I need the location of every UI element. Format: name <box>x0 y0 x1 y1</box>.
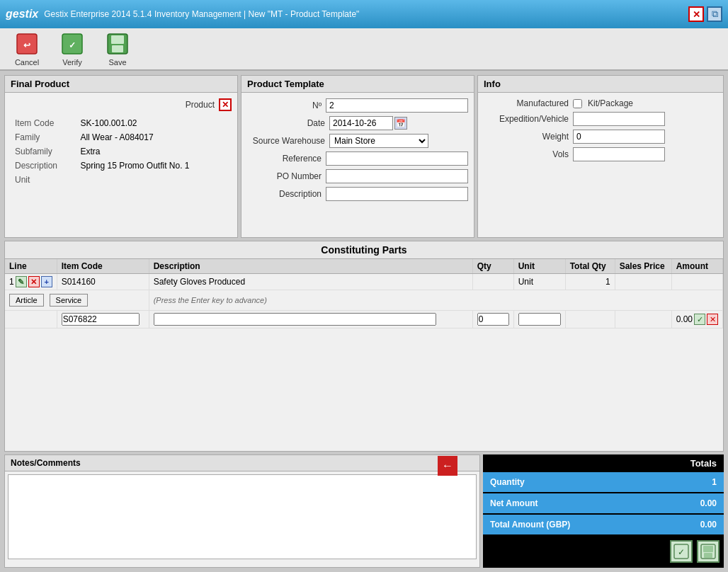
unit-label: Unit <box>12 173 76 186</box>
restore-button[interactable]: ⧉ <box>707 6 722 22</box>
subfamily-label: Subfamily <box>12 145 76 158</box>
hint-text: (Press the Enter key to advance) <box>154 296 267 304</box>
header-row: Line Item Code Description Qty Unit Tota… <box>5 259 723 274</box>
svg-text:✓: ✓ <box>69 40 76 50</box>
net-amount-label: Net Amount <box>490 498 538 508</box>
new-line-cancel-button[interactable]: ✕ <box>707 314 718 325</box>
new-amount-value: 0.00 <box>676 314 693 324</box>
new-unit-input[interactable] <box>518 313 561 326</box>
row-desc-cell: Safety Gloves Produced <box>149 274 472 290</box>
type-buttons-cell: Article Service <box>5 290 149 311</box>
totals-save-button[interactable] <box>697 540 720 563</box>
table-row: Unit <box>12 173 230 186</box>
description-input[interactable] <box>326 187 468 201</box>
main-content: Final Product Product ✕ Item Code SK-100… <box>0 71 728 572</box>
close-button[interactable]: ✕ <box>688 6 704 22</box>
source-warehouse-select[interactable]: Main Store Warehouse 2 Warehouse 3 <box>329 134 428 148</box>
table-row: Description Spring 15 Promo Outfit No. 1 <box>12 159 230 172</box>
subfamily-value: Extra <box>77 145 230 158</box>
date-input[interactable] <box>329 116 393 130</box>
save-label: Save <box>108 58 126 67</box>
new-amount-cell: 0.00 ✓ ✕ <box>671 311 722 328</box>
product-template-body: Nº Date 📅 Source Warehouse Main Store Wa… <box>241 93 474 210</box>
description-label: Description <box>247 189 322 199</box>
totals-actions: ✓ <box>483 536 724 567</box>
manufactured-label: Manufactured <box>484 98 569 108</box>
parts-table-body: 1 ✎ ✕ + S014160 Safety Gloves Produced U… <box>5 274 723 328</box>
po-number-input[interactable] <box>326 169 468 183</box>
new-unit-cell <box>513 311 565 328</box>
new-qty-input[interactable] <box>477 313 509 326</box>
new-qty-cell <box>472 311 513 328</box>
product-template-title: Product Template <box>241 76 474 93</box>
article-button[interactable]: Article <box>9 294 44 307</box>
verify-label: Verify <box>62 58 82 67</box>
parts-table: Line Item Code Description Qty Unit Tota… <box>5 259 723 328</box>
notes-textarea[interactable] <box>8 474 477 559</box>
total-amount-row: Total Amount (GBP) 0.00 <box>483 515 724 534</box>
manufactured-row: Manufactured Kit/Package <box>484 98 717 108</box>
description-value: Spring 15 Promo Outfit No. 1 <box>77 159 230 172</box>
new-line-cell <box>5 311 57 328</box>
weight-input[interactable] <box>573 130 665 144</box>
date-row: Date 📅 <box>247 116 468 130</box>
return-button[interactable]: ← <box>438 456 457 476</box>
cancel-label: Cancel <box>15 58 39 67</box>
calendar-button[interactable]: 📅 <box>394 117 407 130</box>
save-button[interactable]: Save <box>99 31 136 67</box>
product-label: Product <box>186 100 215 110</box>
expedition-row: Expedition/Vehicle <box>484 112 717 126</box>
table-row: 0.00 ✓ ✕ <box>5 311 723 328</box>
totals-header: Totals <box>483 454 724 472</box>
vols-input[interactable] <box>573 147 665 161</box>
cancel-button[interactable]: ↩ Cancel <box>8 31 45 67</box>
table-row: Subfamily Extra <box>12 145 230 158</box>
row-number: 1 <box>9 277 14 287</box>
col-qty-header: Qty <box>472 259 513 274</box>
n-label: Nº <box>247 101 322 110</box>
n-row: Nº <box>247 98 468 113</box>
total-amount-value: 0.00 <box>700 520 717 530</box>
n-input[interactable] <box>326 98 468 113</box>
add-row-button[interactable]: + <box>41 276 52 287</box>
kit-package-checkbox[interactable] <box>573 99 582 108</box>
net-amount-row: Net Amount 0.00 <box>483 493 724 513</box>
row-unit-cell: Unit <box>513 274 565 290</box>
new-line-confirm-button[interactable]: ✓ <box>694 314 705 325</box>
new-code-input[interactable] <box>62 313 140 326</box>
row-sales-cell <box>615 274 671 290</box>
svg-rect-11 <box>704 553 712 558</box>
edit-row-button[interactable]: ✎ <box>16 276 27 287</box>
family-label: Family <box>12 131 76 144</box>
date-label: Date <box>247 118 325 128</box>
col-sales-header: Sales Price <box>615 259 671 274</box>
col-code-header: Item Code <box>57 259 149 274</box>
parts-table-header: Line Item Code Description Qty Unit Tota… <box>5 259 723 274</box>
service-button[interactable]: Service <box>50 294 89 307</box>
verify-icon: ✓ <box>59 31 85 57</box>
new-desc-input[interactable] <box>154 313 437 326</box>
svg-rect-10 <box>703 546 713 552</box>
table-row: Item Code SK-100.001.02 <box>12 117 230 130</box>
totals-verify-button[interactable]: ✓ <box>670 540 693 563</box>
reference-row: Reference <box>247 151 468 166</box>
row-amount-cell <box>671 274 722 290</box>
col-desc-header: Description <box>149 259 472 274</box>
top-panels: Final Product Product ✕ Item Code SK-100… <box>4 75 724 238</box>
new-code-cell <box>57 311 149 328</box>
svg-rect-5 <box>111 35 124 44</box>
verify-button[interactable]: ✓ Verify <box>54 31 91 67</box>
reference-input[interactable] <box>326 151 468 166</box>
table-row: Family All Wear - A084017 <box>12 131 230 144</box>
expedition-input[interactable] <box>573 112 665 126</box>
remove-product-button[interactable]: ✕ <box>219 98 232 111</box>
totals-panel: Totals Quantity 1 Net Amount 0.00 Total … <box>483 454 724 568</box>
info-body: Manufactured Kit/Package Expedition/Vehi… <box>478 93 723 171</box>
delete-row-button[interactable]: ✕ <box>28 276 40 287</box>
app-logo: gestix <box>6 8 38 21</box>
net-amount-value: 0.00 <box>700 498 717 508</box>
reference-label: Reference <box>247 154 322 164</box>
notes-body <box>5 471 479 564</box>
product-info-table: Item Code SK-100.001.02 Family All Wear … <box>11 115 232 188</box>
kit-package-row: Kit/Package <box>573 98 637 108</box>
